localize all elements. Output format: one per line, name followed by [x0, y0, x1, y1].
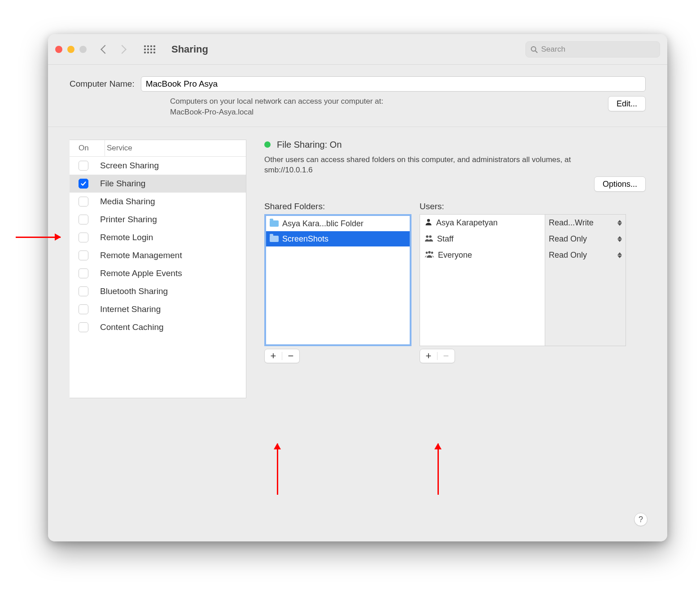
remove-folder-button[interactable]: − [282, 349, 299, 363]
search-input[interactable]: Search [525, 41, 660, 57]
add-user-button[interactable]: + [420, 349, 437, 363]
service-checkbox[interactable] [79, 251, 88, 260]
services-col-on: On [70, 140, 105, 156]
service-label: Remote Apple Events [100, 268, 182, 278]
sidebar-item[interactable]: File Sharing [70, 175, 246, 193]
folder-row[interactable]: Asya Kara...blic Folder [266, 216, 410, 231]
service-label: Content Caching [100, 322, 164, 332]
users-label: Users: [420, 202, 626, 211]
permission-selector[interactable]: Read...Write [545, 215, 626, 231]
pair-icon [424, 234, 433, 244]
permission-selector[interactable]: Read Only [545, 231, 626, 247]
service-checkbox[interactable] [79, 233, 88, 242]
service-checkbox[interactable] [79, 197, 88, 207]
window-controls [55, 46, 87, 53]
service-label: File Sharing [100, 179, 145, 189]
folder-icon [270, 236, 279, 242]
sidebar-item[interactable]: Remote Apple Events [70, 264, 246, 282]
users-list[interactable]: Asya KarapetyanStaffEveryone [420, 214, 545, 346]
sidebar-item[interactable]: Content Caching [70, 318, 246, 336]
shared-folders-plusminus: + − [264, 349, 300, 363]
user-label: Asya Karapetyan [436, 218, 498, 228]
user-row[interactable]: Everyone [420, 247, 545, 263]
folder-label: ScreenShots [282, 234, 328, 244]
svg-point-7 [431, 251, 433, 254]
service-checkbox[interactable] [79, 322, 88, 332]
minimize-icon[interactable] [67, 46, 74, 53]
service-checkbox[interactable] [79, 161, 88, 171]
options-button[interactable]: Options... [594, 176, 646, 192]
svg-point-5 [426, 251, 428, 254]
service-label: Internet Sharing [100, 304, 161, 314]
chevron-updown-icon [617, 220, 622, 226]
chevron-updown-icon [617, 236, 622, 242]
services-sidebar: On Service Screen SharingFile SharingMed… [70, 140, 246, 398]
remove-user-button: − [438, 349, 455, 363]
sidebar-item[interactable]: Remote Login [70, 229, 246, 246]
toolbar: Sharing Search [48, 34, 667, 65]
permission-selector[interactable]: Read Only [545, 247, 626, 263]
users-plusminus: + − [420, 349, 455, 363]
show-all-button[interactable] [144, 45, 155, 53]
folder-row[interactable]: ScreenShots [266, 231, 410, 246]
header-area: Computer Name: Computers on your local n… [48, 65, 667, 127]
sharing-preferences-window: Sharing Search Computer Name: Computers … [48, 34, 667, 541]
computer-name-hint: Computers on your local network can acce… [170, 96, 604, 118]
forward-button [118, 45, 127, 54]
add-folder-button[interactable]: + [265, 349, 282, 363]
service-checkbox[interactable] [79, 268, 88, 278]
search-icon [530, 46, 538, 53]
sidebar-item[interactable]: Printer Sharing [70, 211, 246, 229]
edit-button[interactable]: Edit... [608, 96, 646, 111]
computer-name-input[interactable] [141, 76, 646, 92]
sidebar-item[interactable]: Screen Sharing [70, 157, 246, 175]
group-icon [424, 250, 434, 260]
back-button[interactable] [101, 45, 109, 54]
svg-point-2 [427, 219, 430, 221]
shared-folders-list[interactable]: Asya Kara...blic FolderScreenShots [264, 214, 411, 346]
page-title: Sharing [171, 44, 208, 55]
permissions-list: Read...WriteRead OnlyRead Only [545, 214, 626, 346]
nav-arrows [102, 46, 125, 53]
user-label: Staff [437, 234, 454, 244]
status-label: File Sharing: On [277, 140, 342, 150]
chevron-updown-icon [617, 252, 622, 258]
service-label: Bluetooth Sharing [100, 286, 168, 296]
service-checkbox[interactable] [79, 215, 88, 224]
user-row[interactable]: Staff [420, 231, 545, 247]
close-icon[interactable] [55, 46, 62, 53]
service-label: Media Sharing [100, 197, 155, 207]
help-button[interactable]: ? [634, 513, 648, 526]
service-checkbox[interactable] [79, 286, 88, 296]
permission-label: Read...Write [549, 218, 594, 228]
shared-folders-section: Shared Folders: Asya Kara...blic FolderS… [264, 202, 411, 363]
status-description: Other users can access shared folders on… [264, 154, 605, 176]
person-icon [424, 218, 433, 228]
status-dot-icon [264, 141, 271, 148]
service-label: Printer Sharing [100, 215, 157, 224]
user-row[interactable]: Asya Karapetyan [420, 215, 545, 231]
service-label: Remote Login [100, 233, 153, 242]
services-col-service: Service [105, 140, 246, 156]
permission-label: Read Only [549, 251, 587, 260]
service-label: Screen Sharing [100, 161, 159, 171]
maximize-icon [79, 46, 87, 53]
sidebar-item[interactable]: Bluetooth Sharing [70, 282, 246, 300]
svg-line-1 [535, 51, 537, 53]
folder-icon [270, 220, 279, 227]
search-placeholder: Search [541, 45, 565, 54]
users-section: Users: Asya KarapetyanStaffEveryone Read… [420, 202, 626, 363]
svg-point-6 [428, 251, 431, 254]
service-checkbox[interactable] [79, 304, 88, 314]
permission-label: Read Only [549, 234, 587, 244]
service-checkbox[interactable] [79, 179, 88, 189]
content-area: On Service Screen SharingFile SharingMed… [48, 127, 667, 541]
sidebar-item[interactable]: Remote Management [70, 246, 246, 264]
sidebar-item[interactable]: Media Sharing [70, 193, 246, 211]
right-panel: File Sharing: On Other users can access … [264, 140, 646, 523]
service-label: Remote Management [100, 251, 182, 260]
svg-point-3 [426, 235, 429, 238]
shared-folders-label: Shared Folders: [264, 202, 411, 211]
sidebar-item[interactable]: Internet Sharing [70, 300, 246, 318]
folder-label: Asya Kara...blic Folder [282, 219, 363, 229]
